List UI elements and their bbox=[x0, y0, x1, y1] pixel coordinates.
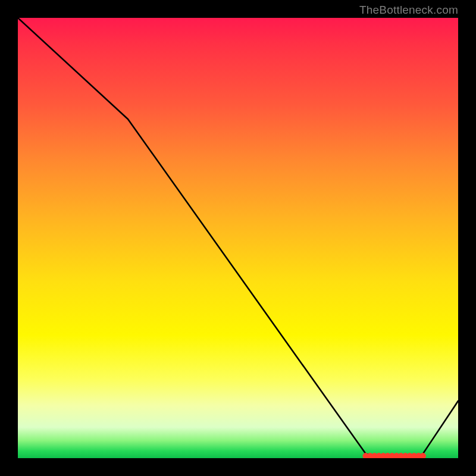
plot-area bbox=[18, 18, 458, 458]
line-series bbox=[18, 18, 458, 458]
chart-container: TheBottleneck.com bbox=[0, 0, 476, 476]
chart-svg bbox=[18, 18, 458, 458]
dot-marker bbox=[420, 453, 426, 458]
dots-group bbox=[362, 453, 426, 458]
watermark-text: TheBottleneck.com bbox=[359, 4, 458, 17]
